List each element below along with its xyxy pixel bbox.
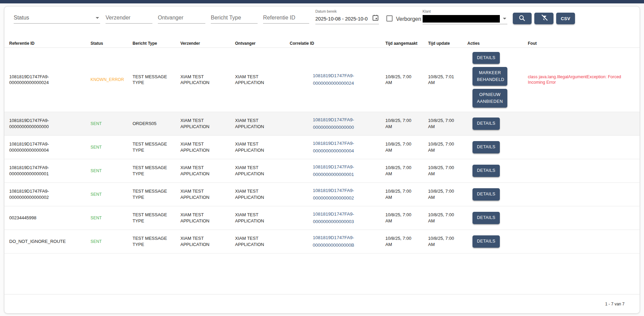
clear-filter-button[interactable] [534, 13, 553, 24]
table-footer: 1 - 7 van 7 [4, 294, 640, 313]
cell-verzender: XIAM TEST APPLICATION [180, 206, 235, 230]
cell-referentie-id: DO_NOT_IGNORE_ROUTE [9, 230, 91, 253]
cell-tijd-update: 10/8/25, 7:00 AM [428, 112, 467, 135]
status-badge: SENT [91, 136, 133, 159]
cell-verzender: XIAM TEST APPLICATION [180, 48, 235, 112]
cell-verzender: XIAM TEST APPLICATION [180, 159, 235, 182]
klant-redacted-value [423, 15, 500, 23]
cell-correlatie-id: 1081819D1747FA9-0000000000000001 [290, 159, 385, 182]
cell-fout [528, 112, 635, 135]
verzender-input[interactable] [106, 15, 152, 21]
table-row: 1081819D1747FA9-0000000000000001SENTTEST… [4, 159, 640, 183]
cell-tijd-update: 10/8/25, 7:00 AM [428, 230, 467, 253]
klant-label: Klant [423, 9, 431, 13]
cell-tijd-aangemaakt: 10/8/25, 7:00 AM [385, 206, 428, 230]
correlatie-id-link[interactable]: 1081819D1747FA9-0000000000000003 [304, 210, 364, 226]
column-header-bericht-type: Bericht Type [133, 36, 180, 46]
cell-correlatie-id: 1081819D1747FA9-0000000000000002 [290, 183, 385, 206]
referentie-id-input[interactable] [263, 15, 309, 21]
markeer-behandeld-button[interactable]: MARKEER BEHANDELD [472, 67, 507, 86]
calendar-icon[interactable] [372, 14, 379, 22]
column-header-referentie-id: Referentie ID [9, 36, 91, 46]
csv-button-label: CSV [561, 16, 570, 21]
status-badge: SENT [91, 112, 133, 135]
cell-fout: class java.lang.IllegalArgumentException… [528, 48, 635, 112]
filter-bar: Status Datum bereik 2025-10-08 - 2025-10… [4, 6, 640, 34]
details-button[interactable]: DETAILS [472, 141, 500, 153]
column-header-status: Status [91, 36, 133, 46]
datum-bereik-field[interactable]: Datum bereik 2025-10-08 - 2025-10-0 [315, 9, 379, 24]
cell-tijd-update: 10/8/25, 7:00 AM [428, 136, 467, 159]
cell-ontvanger: XIAM TEST APPLICATION [235, 206, 290, 230]
cell-acties: DETAILS [467, 112, 528, 135]
table-row: 1081819D1747FA9-0000000000000002SENTTEST… [4, 183, 640, 206]
details-button[interactable]: DETAILS [472, 212, 500, 224]
cell-verzender: XIAM TEST APPLICATION [180, 112, 235, 135]
correlatie-id-link[interactable]: 1081819D1747FA9-000000000000000B [304, 234, 364, 249]
cell-referentie-id: 1081819D1747FA9-0000000000000002 [9, 183, 91, 206]
verborgen-checkbox[interactable] [386, 15, 393, 22]
cell-bericht-type: TEST MESSAGE TYPE [133, 206, 180, 230]
messages-panel: Status Datum bereik 2025-10-08 - 2025-10… [4, 6, 640, 314]
correlatie-id-link[interactable]: 1081819D1747FA9-0000000000000004 [304, 140, 364, 155]
table-row: 1081819D1747FA9-0000000000000000SENTORDE… [4, 112, 640, 136]
referentie-id-field [263, 12, 309, 24]
cell-fout [528, 183, 635, 206]
search-icon [518, 14, 526, 23]
cell-verzender: XIAM TEST APPLICATION [180, 183, 235, 206]
cell-ontvanger: XIAM TEST APPLICATION [235, 112, 290, 135]
cell-correlatie-id: 1081819D1747FA9-000000000000000B [290, 230, 385, 253]
table-row: 1081819D1747FA9-0000000000000004SENTTEST… [4, 136, 640, 159]
verzender-field [106, 12, 152, 24]
top-app-bar [0, 0, 644, 3]
klant-select[interactable]: Klant [423, 9, 507, 24]
cell-correlatie-id: 1081819D1747FA9-0000000000000000 [290, 112, 385, 135]
cell-tijd-aangemaakt: 10/8/25, 7:00 AM [385, 230, 428, 253]
cell-ontvanger: XIAM TEST APPLICATION [235, 136, 290, 159]
column-header-verzender: Verzender [180, 36, 235, 46]
csv-export-button[interactable]: CSV [556, 13, 575, 24]
details-button[interactable]: DETAILS [472, 52, 500, 64]
correlatie-id-link[interactable]: 1081819D1747FA9-0000000000000024 [304, 72, 364, 87]
details-button[interactable]: DETAILS [472, 188, 500, 200]
cell-acties: DETAILS [467, 136, 528, 159]
cell-tijd-update: 10/8/25, 7:00 AM [428, 206, 467, 230]
cell-ontvanger: XIAM TEST APPLICATION [235, 230, 290, 253]
cell-tijd-aangemaakt: 10/8/25, 7:00 AM [385, 136, 428, 159]
ontvanger-input[interactable] [158, 15, 205, 21]
ontvanger-field [158, 12, 205, 24]
opnieuw-aanbieden-button[interactable]: OPNIEUW AANBIEDEN [472, 89, 507, 108]
cell-fout [528, 230, 635, 253]
datum-bereik-value: 2025-10-08 - 2025-10-0 [315, 16, 368, 22]
table-row: DO_NOT_IGNORE_ROUTESENTTEST MESSAGE TYPE… [4, 230, 640, 253]
correlatie-id-link[interactable]: 1081819D1747FA9-0000000000000002 [304, 187, 364, 202]
cell-tijd-aangemaakt: 10/8/25, 7:00 AM [385, 183, 428, 206]
cell-tijd-aangemaakt: 10/8/25, 7:00 AM [385, 159, 428, 182]
cell-fout [528, 159, 635, 182]
cell-tijd-update: 10/8/25, 7:00 AM [428, 183, 467, 206]
table-row: 00234445998SENTTEST MESSAGE TYPEXIAM TES… [4, 206, 640, 230]
cell-bericht-type: TEST MESSAGE TYPE [133, 183, 180, 206]
datum-bereik-label: Datum bereik [315, 9, 337, 13]
cell-acties: DETAILS [467, 159, 528, 182]
details-button[interactable]: DETAILS [472, 165, 500, 177]
status-select[interactable]: Status [14, 12, 100, 24]
details-button[interactable]: DETAILS [472, 118, 500, 129]
cell-bericht-type: TEST MESSAGE TYPE [133, 230, 180, 253]
column-header-tijd-aangemaakt: Tijd aangemaakt [385, 36, 428, 46]
correlatie-id-link[interactable]: 1081819D1747FA9-0000000000000000 [304, 116, 364, 132]
filter-off-icon [540, 14, 548, 23]
cell-tijd-aangemaakt: 10/8/25, 7:00 AM [385, 112, 428, 135]
cell-acties: DETAILS [467, 206, 528, 230]
chevron-down-icon [96, 17, 99, 19]
status-badge: SENT [91, 183, 133, 206]
details-button[interactable]: DETAILS [472, 235, 500, 247]
search-button[interactable] [513, 13, 532, 24]
cell-ontvanger: XIAM TEST APPLICATION [235, 159, 290, 182]
status-badge: SENT [91, 159, 133, 182]
table-row: 1081819D1747FA9-0000000000000024KNOWN_ER… [4, 48, 640, 112]
correlatie-id-link[interactable]: 1081819D1747FA9-0000000000000001 [304, 163, 364, 179]
verborgen-label: Verborgen [396, 16, 421, 22]
cell-referentie-id: 1081819D1747FA9-0000000000000000 [9, 112, 91, 135]
bericht-type-input[interactable] [211, 15, 258, 21]
